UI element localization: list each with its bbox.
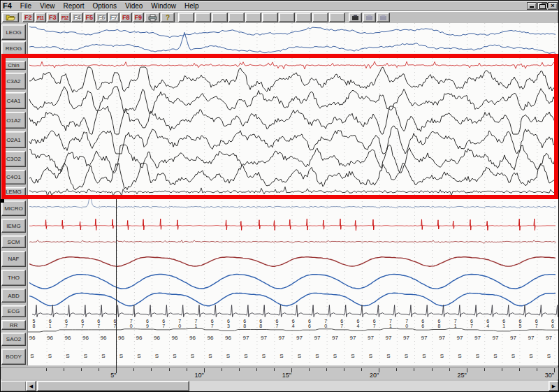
channel-button-tho[interactable]: THO [1, 270, 26, 286]
channel-button-o1a2[interactable]: O1A2 [1, 112, 26, 129]
body-position-value: S [261, 354, 268, 359]
scroll-thumb[interactable] [37, 381, 189, 391]
window-controls: × [527, 2, 558, 10]
fkey-f7-button: F7 [108, 13, 120, 22]
rr-value: 6 3 [225, 319, 231, 328]
camera-button[interactable] [349, 13, 362, 22]
channel-button-scm[interactable]: SCM [1, 235, 26, 248]
body-position-value: S [136, 354, 143, 359]
iemg-spike [421, 219, 423, 230]
screen-button [363, 13, 376, 22]
menu-item-window[interactable]: Window [147, 2, 180, 10]
fkey-f12-button[interactable]: F12 [59, 13, 71, 22]
restore-button[interactable] [537, 2, 547, 10]
menu-item-view[interactable]: View [36, 2, 59, 10]
time-ruler: 5"10"15"20"25"30" [1, 367, 559, 379]
body-position-value: S [189, 354, 196, 359]
fkey-f3-button[interactable]: F3 [47, 13, 59, 22]
fkey-f5-button[interactable]: F5 [84, 13, 96, 22]
channel-button-c4a1[interactable]: C4A1 [1, 92, 26, 109]
channel-button-c3a2[interactable]: C3A2 [1, 73, 26, 89]
ruler-label: 30" [536, 372, 554, 379]
ruler-tick [379, 368, 379, 372]
iemg-spike [534, 219, 535, 230]
channel-button-o2a1[interactable]: O2A1 [1, 131, 26, 148]
rr-value: 6 6 [306, 319, 312, 328]
fkey-f6-button: F6 [96, 13, 108, 22]
iemg-spike [62, 220, 64, 228]
menu-item-help[interactable]: Help [180, 2, 203, 10]
horizontal-scrollbar[interactable]: ◀ ▶ [1, 381, 559, 391]
channel-button-sao2[interactable]: SAO2 [1, 333, 26, 346]
channel-button-reog[interactable]: REOG [1, 41, 26, 55]
minimize-button[interactable] [527, 2, 537, 10]
iemg-spike [95, 219, 96, 230]
sao2-value: 97 [473, 335, 483, 341]
toolbar: F2F11F3F12F4F5F6F7F8F9? [1, 12, 559, 23]
rr-value: 6 8 [436, 319, 442, 328]
rr-value: 6 8 [258, 319, 264, 328]
sao2-value: 97 [348, 335, 358, 341]
ruler-tick [151, 368, 152, 371]
channel-button-chin[interactable]: Chin [1, 61, 26, 70]
fkey-f4-button: F4 [71, 13, 83, 22]
channel-button-c4o1[interactable]: C4O1 [1, 170, 26, 184]
fkey-f11-button[interactable]: F11 [35, 13, 47, 22]
rr-value: 6 6 [420, 319, 426, 328]
body-position-value: S [403, 354, 410, 359]
channel-button-micro[interactable]: MICRO [1, 201, 26, 216]
c3a2-trace [29, 67, 556, 92]
close-button[interactable]: × [548, 2, 558, 10]
menu-item-file[interactable]: File [16, 2, 36, 10]
epoch-cursor-line[interactable] [116, 199, 117, 373]
channel-button-leog[interactable]: LEOG [1, 24, 26, 40]
body-position-value: S [546, 354, 553, 359]
iemg-spike [289, 219, 291, 229]
menu-item-options[interactable]: Options [88, 2, 120, 10]
sao2-value: 97 [526, 335, 536, 341]
menu-item-video[interactable]: Video [121, 2, 147, 10]
rr-value: 7 0 [128, 319, 134, 328]
rr-value: 6 7 [209, 319, 215, 328]
ruler-tick [274, 368, 275, 371]
body-position-value: S [82, 354, 89, 359]
sao2-value: 96 [205, 335, 215, 341]
fkey-f9-button[interactable]: F9 [133, 13, 145, 22]
sao2-value: 97 [259, 335, 269, 341]
body-position-value: S [278, 354, 285, 359]
rr-value: 6 7 [63, 319, 69, 328]
channel-button-lemg[interactable]: LEMG [1, 187, 26, 196]
fkey-f2-button[interactable]: F2 [22, 13, 34, 22]
iemg-spike [240, 222, 242, 231]
scroll-right-button[interactable]: ▶ [549, 381, 559, 391]
iemg-spike [177, 220, 178, 230]
fkey-f8-button[interactable]: F8 [120, 13, 132, 22]
help-button[interactable]: ? [161, 13, 175, 22]
ruler-tick [554, 368, 555, 372]
channel-button-abd[interactable]: ABD [1, 289, 26, 303]
rr-value: 6 7 [468, 319, 474, 328]
trace-plot-area[interactable]: 5 86 16 76 76 76 77 06 96 77 07 16 76 36… [27, 23, 558, 365]
ruler-label: 5" [98, 372, 116, 379]
sao2-value: 97 [295, 335, 305, 341]
reog-trace [29, 32, 556, 53]
rr-value: 6 4 [355, 319, 361, 328]
scroll-left-button[interactable]: ◀ [26, 381, 36, 391]
open-file-button[interactable] [2, 13, 19, 22]
body-position-value: S [474, 354, 481, 359]
iemg-spike [470, 219, 471, 230]
channel-label-column: LEOGREOGChinC3A2C4A1O1A2O2A1C3O2C4O1LEMG… [1, 23, 27, 365]
channel-button-rr[interactable]: RR [1, 320, 26, 330]
channel-button-ecg[interactable]: ECG [1, 305, 26, 317]
print-button[interactable] [145, 13, 160, 22]
menu-item-report[interactable]: Report [59, 2, 88, 10]
channel-button-iemg[interactable]: IEMG [1, 219, 26, 233]
channel-button-naf[interactable]: NAF [1, 251, 26, 267]
channel-button-c3o2[interactable]: C3O2 [1, 151, 26, 167]
sao2-value: 97 [366, 335, 376, 341]
ruler-tick [99, 368, 99, 371]
iemg-spike [487, 222, 488, 231]
channel-button-body[interactable]: BODY [1, 349, 26, 365]
iemg-spike [160, 219, 161, 229]
rr-value: 7 1 [387, 319, 393, 328]
